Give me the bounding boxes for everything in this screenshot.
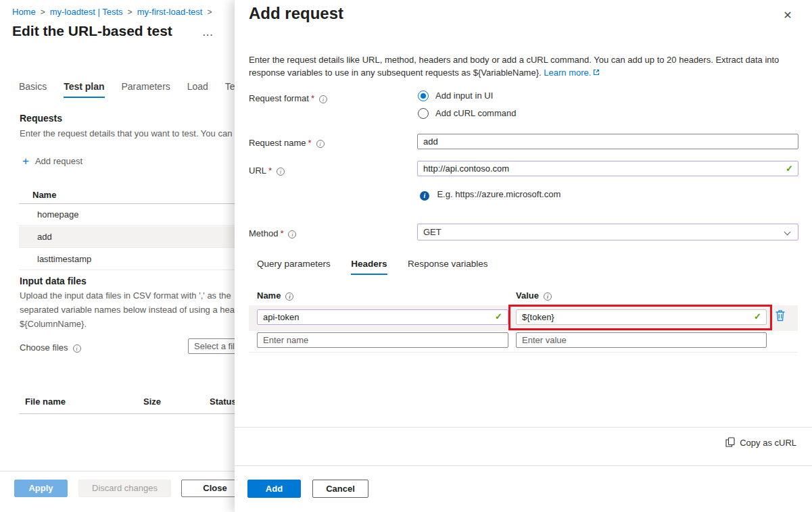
close-icon[interactable]: [780, 7, 796, 24]
page-title: Edit the URL-based test: [12, 23, 172, 39]
external-link-icon: [593, 66, 600, 79]
input-data-description-line2: separated variable names below instead o…: [20, 305, 235, 315]
method-label: Method*: [249, 228, 296, 238]
tab-test-criteria[interactable]: Test: [225, 81, 235, 97]
radio-add-curl-command[interactable]: Add cURL command: [418, 107, 516, 119]
panel-description: Enter the request details like URL, meth…: [249, 53, 786, 79]
apply-button[interactable]: Apply: [14, 480, 68, 497]
plus-icon: [22, 155, 29, 168]
close-button[interactable]: Close: [181, 480, 235, 497]
info-icon[interactable]: [288, 230, 296, 238]
tab-query-parameters[interactable]: Query parameters: [257, 259, 331, 274]
radio-unselected-icon: [418, 108, 429, 119]
breadcrumb-separator: >: [207, 7, 212, 17]
valid-check-icon: [754, 311, 761, 322]
valid-check-icon: [495, 311, 502, 322]
footer-divider: [0, 471, 235, 471]
files-header-size: Size: [143, 396, 161, 407]
breadcrumb-separator: >: [128, 7, 133, 17]
info-icon[interactable]: [73, 344, 81, 353]
new-header-value-input[interactable]: [516, 332, 767, 348]
panel-divider: [235, 465, 812, 466]
files-header-status: Status: [210, 396, 235, 407]
required-mark: *: [308, 138, 312, 148]
panel-title: Add request: [249, 4, 343, 23]
info-icon[interactable]: [277, 168, 285, 176]
header-name-input[interactable]: [257, 309, 508, 325]
info-filled-icon: [420, 191, 429, 201]
request-name-input[interactable]: [417, 134, 798, 149]
tab-headers[interactable]: Headers: [351, 259, 387, 275]
info-icon[interactable]: [316, 140, 325, 148]
request-row-add[interactable]: add: [19, 226, 235, 248]
input-data-description-line3: ${ColumnName}.: [20, 319, 87, 329]
request-row-homepage[interactable]: homepage: [19, 204, 235, 226]
copy-icon: [725, 437, 735, 447]
grid-name-header: Name: [257, 290, 293, 301]
radio-selected-icon: [418, 91, 429, 101]
request-detail-tabs: Query parameters Headers Response variab…: [257, 257, 506, 275]
required-mark: *: [311, 93, 314, 103]
info-icon[interactable]: [285, 292, 293, 301]
discard-changes-button[interactable]: Discard changes: [78, 480, 171, 497]
choose-files-label: Choose files: [20, 342, 81, 353]
required-mark: *: [280, 228, 283, 238]
grid-value-header: Value: [516, 290, 552, 301]
url-label: URL*: [249, 165, 285, 176]
tab-parameters[interactable]: Parameters: [121, 81, 170, 97]
cancel-button[interactable]: Cancel: [312, 480, 368, 498]
requests-description: Enter the request details that you want …: [20, 128, 232, 138]
grid-divider: [249, 352, 798, 353]
tab-basics[interactable]: Basics: [19, 81, 47, 97]
radio-add-input-in-ui[interactable]: Add input in UI: [418, 89, 493, 101]
requests-heading: Requests: [20, 113, 62, 124]
info-icon[interactable]: [319, 95, 327, 103]
breadcrumb-loadtest-tests[interactable]: my-loadtest | Tests: [50, 7, 123, 17]
copy-as-curl-button[interactable]: Copy as cURL: [725, 437, 796, 448]
method-select[interactable]: GET: [417, 224, 798, 240]
azure-load-testing-screen: Home>my-loadtest | Tests>my-first-load-t…: [0, 0, 812, 512]
files-header-name: File name: [25, 396, 66, 407]
new-header-name-input[interactable]: [257, 332, 508, 348]
breadcrumb-first-load-test[interactable]: my-first-load-test: [137, 7, 203, 17]
panel-divider: [235, 427, 812, 428]
edit-url-test-page: Home>my-loadtest | Tests>my-first-load-t…: [0, 0, 235, 512]
input-data-files-heading: Input data files: [20, 276, 87, 286]
breadcrumb-home[interactable]: Home: [12, 7, 36, 17]
chevron-down-icon: [784, 229, 791, 236]
add-request-label: Add request: [35, 156, 82, 166]
breadcrumb-separator: >: [41, 7, 45, 17]
input-data-description-line1: Upload the input data files in CSV forma…: [20, 290, 231, 301]
tab-response-variables[interactable]: Response variables: [408, 259, 488, 274]
add-request-panel: Add request Enter the request details li…: [235, 0, 812, 512]
request-row-lasttimestamp[interactable]: lasttimestamp: [19, 249, 235, 270]
learn-more-link[interactable]: Learn more.: [544, 68, 591, 78]
url-hint: E.g. https://azure.microsoft.com: [420, 188, 560, 201]
choose-files-input[interactable]: [188, 338, 235, 354]
delete-header-icon[interactable]: [775, 309, 786, 324]
header-value-input[interactable]: [516, 309, 767, 325]
url-input[interactable]: [417, 161, 798, 176]
info-icon[interactable]: [544, 292, 552, 301]
request-format-label: Request format*: [249, 93, 327, 103]
tab-load[interactable]: Load: [187, 81, 208, 97]
files-table-divider: [19, 413, 235, 414]
required-mark: *: [268, 165, 272, 176]
request-name-label: Request name*: [249, 138, 325, 148]
add-request-button[interactable]: Add request: [22, 155, 82, 168]
valid-check-icon: [786, 163, 793, 174]
page-tabs: Basics Test plan Parameters Load Test: [19, 81, 235, 98]
tab-test-plan[interactable]: Test plan: [64, 81, 104, 98]
add-button[interactable]: Add: [247, 480, 301, 498]
more-actions-icon[interactable]: [203, 30, 214, 40]
breadcrumb: Home>my-loadtest | Tests>my-first-load-t…: [12, 7, 216, 17]
requests-name-header: Name: [19, 186, 235, 204]
